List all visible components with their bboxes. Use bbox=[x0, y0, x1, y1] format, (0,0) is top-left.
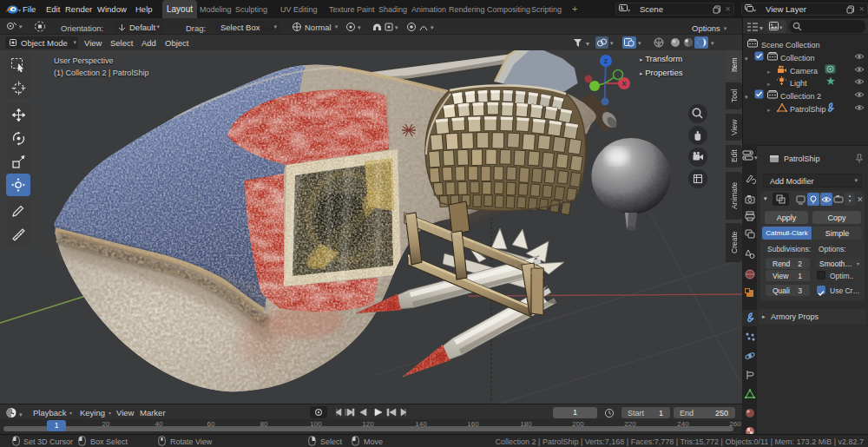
svg-text:▾: ▾ bbox=[19, 411, 23, 417]
svg-text:▾: ▾ bbox=[754, 154, 758, 161]
svg-text:Z: Z bbox=[604, 57, 608, 65]
svg-text:X: X bbox=[621, 80, 627, 88]
svg-text:▾: ▾ bbox=[358, 24, 361, 30]
svg-text:▾: ▾ bbox=[586, 40, 589, 48]
svg-text:▾: ▾ bbox=[628, 8, 630, 13]
svg-text:▾: ▾ bbox=[19, 23, 23, 30]
svg-text:▾: ▾ bbox=[779, 24, 783, 30]
svg-text:▾: ▾ bbox=[760, 24, 763, 32]
svg-text:▾: ▾ bbox=[431, 24, 434, 30]
svg-text:▾: ▾ bbox=[753, 8, 756, 13]
svg-text:▾: ▾ bbox=[395, 24, 398, 30]
